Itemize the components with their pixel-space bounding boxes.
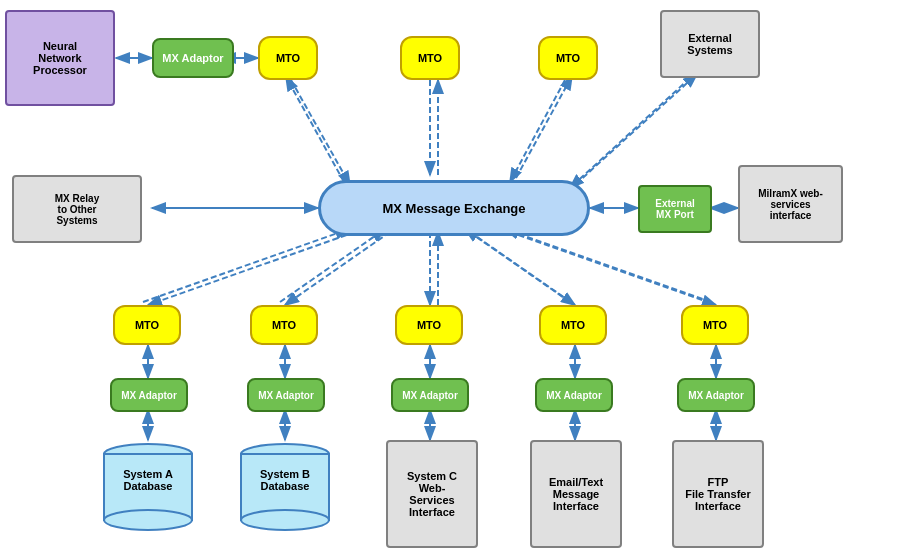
- ftp-file-transfer: FTP File Transfer Interface: [672, 440, 764, 548]
- architecture-diagram: Neural Network Processor MX Adaptor MTO …: [0, 0, 900, 560]
- mto-b2: MTO: [250, 305, 318, 345]
- svg-line-18: [280, 229, 385, 302]
- svg-line-22: [465, 229, 570, 302]
- mto-top2: MTO: [400, 36, 460, 80]
- svg-line-15: [148, 232, 355, 305]
- mto-top1: MTO: [258, 36, 318, 80]
- system-a-database: System ADatabase: [100, 440, 196, 540]
- svg-line-24: [505, 229, 711, 302]
- system-b-database: System BDatabase: [237, 440, 333, 540]
- mx-adaptor-b1: MX Adaptor: [110, 378, 188, 412]
- mx-adaptor-b4: MX Adaptor: [535, 378, 613, 412]
- svg-line-4: [291, 80, 350, 185]
- mx-adaptor-top: MX Adaptor: [152, 38, 234, 78]
- neural-network-processor: Neural Network Processor: [5, 10, 115, 106]
- external-systems: External Systems: [660, 10, 760, 78]
- svg-point-37: [104, 510, 192, 530]
- svg-line-17: [285, 232, 390, 305]
- svg-line-9: [516, 76, 572, 178]
- mto-top3: MTO: [538, 36, 598, 80]
- system-c: System C Web- Services Interface: [386, 440, 478, 548]
- svg-line-23: [510, 232, 716, 305]
- external-mx-port: External MX Port: [638, 185, 712, 233]
- mx-adaptor-b3: MX Adaptor: [391, 378, 469, 412]
- mx-adaptor-b2: MX Adaptor: [247, 378, 325, 412]
- mx-adaptor-b5: MX Adaptor: [677, 378, 755, 412]
- svg-line-11: [576, 74, 697, 184]
- svg-line-21: [470, 232, 575, 305]
- email-text-message: Email/Text Message Interface: [530, 440, 622, 548]
- milramx-interface: MilramX web- services interface: [738, 165, 843, 243]
- mto-b4: MTO: [539, 305, 607, 345]
- svg-line-8: [510, 80, 565, 182]
- mto-b5: MTO: [681, 305, 749, 345]
- svg-line-10: [570, 78, 690, 188]
- svg-line-5: [286, 77, 344, 182]
- svg-line-16: [143, 229, 349, 302]
- mto-b1: MTO: [113, 305, 181, 345]
- mx-message-exchange: MX Message Exchange: [318, 180, 590, 236]
- mx-relay: MX Relay to Other Systems: [12, 175, 142, 243]
- mto-b3: MTO: [395, 305, 463, 345]
- svg-point-42: [241, 510, 329, 530]
